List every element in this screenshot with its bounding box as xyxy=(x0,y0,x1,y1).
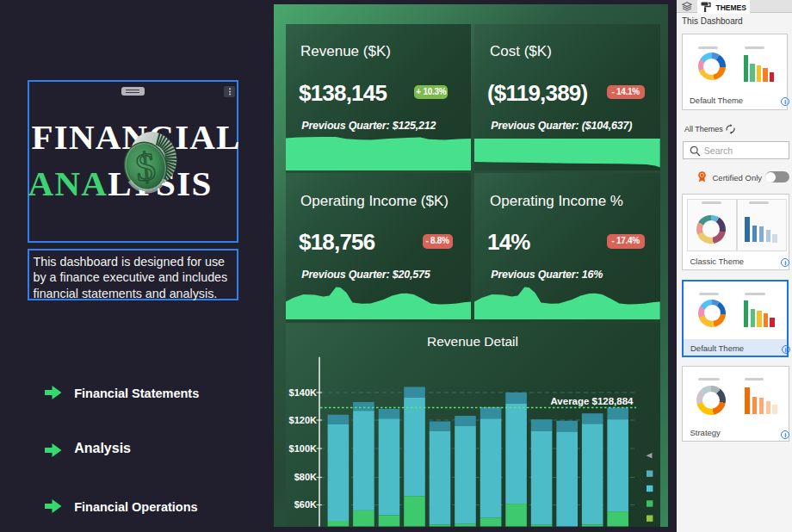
svg-text:$120K: $120K xyxy=(288,415,316,425)
svg-text:$100K: $100K xyxy=(288,443,316,454)
svg-text:$60K: $60K xyxy=(294,499,316,510)
svg-text:$80K: $80K xyxy=(294,472,316,482)
svg-text:Average $128,884: Average $128,884 xyxy=(550,396,634,406)
svg-text:$140K: $140K xyxy=(288,387,316,398)
